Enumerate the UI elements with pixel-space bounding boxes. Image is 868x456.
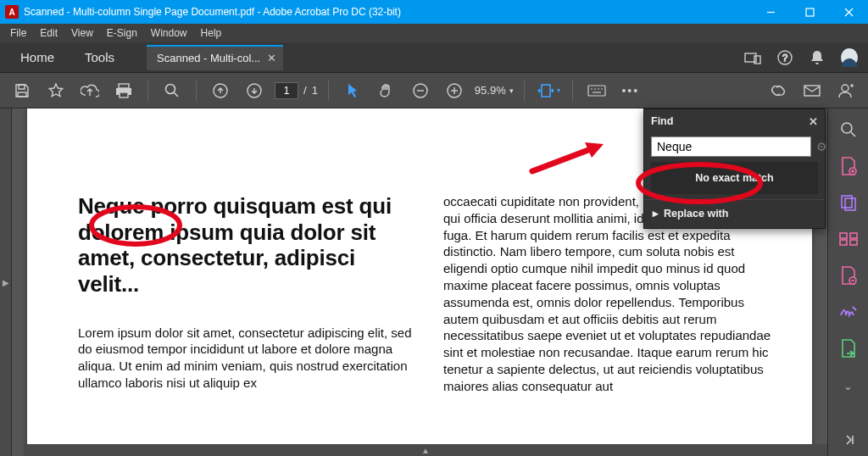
toolbar-separator — [572, 81, 573, 101]
toolbar-separator — [524, 81, 525, 101]
avatar[interactable] — [841, 49, 858, 66]
find-panel-header: Find ✕ — [644, 109, 825, 133]
menu-bar: File Edit View E-Sign Window Help — [0, 24, 868, 42]
email-icon[interactable] — [798, 77, 826, 104]
svg-point-30 — [842, 85, 849, 92]
document-column-1: Neque porro quisquam est qui dolorem ips… — [78, 193, 413, 403]
find-result-message: No exact match — [651, 162, 818, 194]
bottom-panel-toggle[interactable]: ▲ — [24, 444, 827, 456]
svg-line-46 — [853, 307, 856, 310]
page-indicator: 1 / 1 — [275, 82, 318, 99]
right-tools-rail: ⌄ — [827, 108, 868, 456]
toolbar-separator — [147, 81, 148, 101]
expand-tools-icon[interactable]: ⌄ — [838, 376, 859, 396]
close-icon[interactable]: ✕ — [809, 115, 818, 128]
chevron-down-icon: ▾ — [509, 86, 514, 95]
document-paragraph: Lorem ipsum dolor sit amet, consectetur … — [78, 325, 413, 392]
svg-rect-29 — [804, 86, 820, 96]
svg-rect-43 — [850, 240, 857, 245]
link-share-icon[interactable] — [765, 77, 792, 104]
svg-rect-23 — [588, 86, 605, 96]
menu-esign[interactable]: E-Sign — [102, 25, 142, 41]
svg-rect-40 — [840, 233, 847, 238]
cloud-upload-icon[interactable] — [76, 77, 103, 104]
svg-rect-8 — [19, 85, 25, 89]
minimize-button[interactable] — [751, 0, 790, 24]
app-tab-row: Home Tools Scanned - Multi-col... ✕ ? — [0, 42, 868, 73]
zoom-level[interactable]: 95.9% ▾ — [475, 84, 514, 97]
combine-files-icon[interactable] — [838, 193, 859, 213]
title-bar: A Scanned - Multi-column Single Page Doc… — [0, 0, 868, 24]
window-title: Scanned - Multi-column Single Page Docum… — [24, 6, 401, 18]
close-button[interactable] — [829, 0, 868, 24]
svg-rect-42 — [840, 240, 847, 245]
svg-rect-9 — [18, 92, 26, 97]
adobe-acrobat-icon: A — [5, 5, 19, 19]
find-panel: Find ✕ ⚙ No exact match ▸ Replace with — [643, 108, 826, 229]
svg-line-14 — [174, 92, 178, 97]
organize-pages-icon[interactable] — [838, 230, 859, 249]
toolbar: 1 / 1 95.9% ▾ ▾ ••• — [0, 73, 868, 108]
find-panel-title: Find — [651, 115, 673, 127]
close-tab-icon[interactable]: ✕ — [267, 52, 276, 64]
replace-with-label: Replace with — [664, 208, 728, 220]
maximize-button[interactable] — [790, 0, 829, 24]
search-right-icon[interactable] — [838, 120, 859, 140]
svg-point-33 — [842, 123, 852, 133]
svg-rect-38 — [842, 196, 852, 208]
keyboard-icon[interactable] — [583, 77, 610, 104]
sign-icon[interactable] — [838, 302, 859, 321]
share-devices-icon[interactable] — [744, 49, 761, 66]
svg-rect-12 — [120, 92, 128, 97]
edit-pdf-icon[interactable] — [838, 266, 859, 286]
export-pdf-icon[interactable] — [838, 338, 859, 358]
menu-window[interactable]: Window — [146, 25, 192, 41]
share-people-icon[interactable] — [832, 77, 860, 104]
zoom-in-icon[interactable] — [441, 77, 468, 104]
svg-text:?: ? — [782, 53, 787, 63]
zoom-out-icon[interactable] — [407, 77, 434, 104]
document-tab[interactable]: Scanned - Multi-col... ✕ — [147, 45, 283, 70]
svg-rect-22 — [542, 85, 550, 97]
menu-edit[interactable]: Edit — [35, 25, 63, 41]
header-right-icons: ? — [744, 49, 863, 66]
svg-line-34 — [851, 132, 855, 136]
replace-with-toggle[interactable]: ▸ Replace with — [644, 199, 825, 228]
create-pdf-icon[interactable] — [838, 157, 859, 176]
fit-width-icon[interactable]: ▾ — [535, 77, 562, 104]
page-current-input[interactable]: 1 — [275, 82, 298, 99]
find-icon[interactable] — [159, 77, 186, 104]
more-tools-icon[interactable]: ••• — [617, 77, 644, 104]
document-heading: Neque porro quisquam est qui dolorem ips… — [78, 193, 413, 298]
selection-tool-icon[interactable] — [339, 77, 366, 104]
star-icon[interactable] — [42, 77, 70, 104]
prev-page-icon[interactable] — [207, 77, 234, 104]
page-sep: / — [303, 84, 307, 97]
find-input[interactable] — [651, 136, 811, 157]
svg-rect-1 — [806, 8, 814, 16]
page-total: 1 — [312, 84, 318, 97]
menu-help[interactable]: Help — [196, 25, 227, 41]
tools-tab[interactable]: Tools — [70, 45, 130, 70]
notifications-icon[interactable] — [809, 49, 826, 66]
save-icon[interactable] — [8, 77, 36, 104]
menu-file[interactable]: File — [5, 25, 31, 41]
next-page-icon[interactable] — [241, 77, 268, 104]
toolbar-separator — [196, 81, 197, 101]
gear-icon[interactable]: ⚙ — [816, 140, 827, 153]
home-tab[interactable]: Home — [5, 45, 70, 70]
svg-rect-41 — [850, 233, 857, 238]
document-tab-label: Scanned - Multi-col... — [157, 52, 260, 64]
chevron-right-icon: ▸ — [653, 207, 659, 220]
left-panel-toggle[interactable]: ▶ — [0, 108, 12, 456]
print-icon[interactable] — [110, 77, 137, 104]
svg-point-13 — [166, 84, 175, 93]
menu-view[interactable]: View — [66, 25, 98, 41]
toolbar-separator — [328, 81, 329, 101]
help-icon[interactable]: ? — [776, 49, 793, 66]
hand-tool-icon[interactable] — [373, 77, 400, 104]
svg-rect-10 — [119, 84, 129, 88]
collapse-rail-icon[interactable] — [838, 430, 859, 449]
window-controls — [751, 0, 868, 24]
svg-rect-39 — [845, 198, 855, 210]
